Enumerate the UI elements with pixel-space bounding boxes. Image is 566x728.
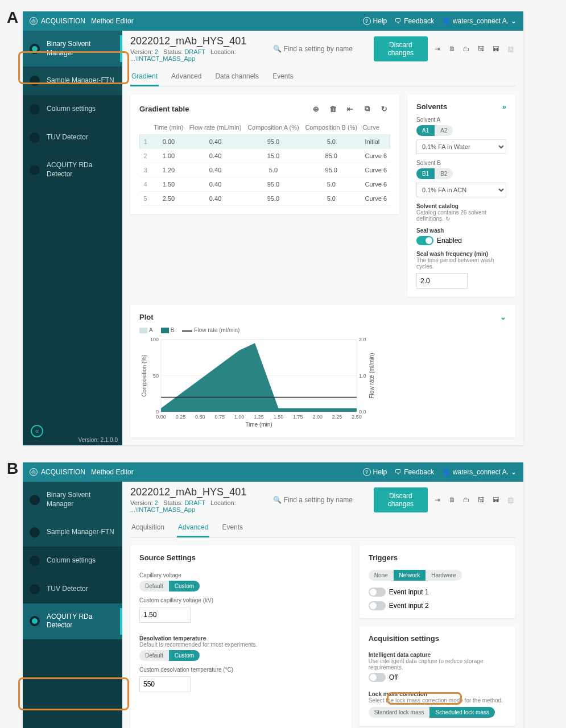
new-icon[interactable]: 🗎 xyxy=(447,494,457,506)
feedback-icon: 🗨 xyxy=(395,17,402,25)
pill-a2[interactable]: A2 xyxy=(435,125,453,136)
sidebar-item-tuv-detector[interactable]: TUV Detector xyxy=(23,123,122,152)
source-title: Source Settings xyxy=(139,553,342,562)
import-icon[interactable]: ⇥ xyxy=(432,43,443,55)
pill-custom[interactable]: Custom xyxy=(169,650,200,661)
discard-button[interactable]: Discard changes xyxy=(374,36,428,61)
acquisition-settings-card: Acquisition settings Intelligent data ca… xyxy=(360,626,515,726)
feedback-button[interactable]: 🗨Feedback xyxy=(395,468,434,476)
tab-advanced[interactable]: Advanced xyxy=(170,68,203,86)
search-input[interactable] xyxy=(284,496,369,504)
insert-row-icon[interactable]: ⇤ xyxy=(344,102,356,115)
sidebar-item-acquity-rda[interactable]: ACQUITY RDa Detector xyxy=(23,603,122,639)
sidebar-item-sample-manager[interactable]: Sample Manager-FTN xyxy=(23,518,122,547)
pill-none[interactable]: None xyxy=(369,570,394,581)
expand-icon[interactable]: » xyxy=(502,102,506,111)
table-row[interactable]: 31.200.405.095.0Curve 6 xyxy=(140,163,390,177)
pill-network[interactable]: Network xyxy=(394,570,426,581)
sidebar-item-binary-solvent[interactable]: Binary Solvent Manager xyxy=(23,482,122,518)
help-button[interactable]: ?Help xyxy=(363,468,387,476)
app-logo-icon: ◎ xyxy=(30,17,38,25)
layout-icon[interactable]: ▥ xyxy=(505,43,515,55)
pill-std-lock[interactable]: Standard lock mass xyxy=(369,707,430,718)
tab-advanced[interactable]: Advanced xyxy=(177,519,209,537)
sidebar-item-label: Binary Solvent Manager xyxy=(47,40,115,57)
col-b: Composition B (%) xyxy=(302,121,360,135)
solvent-b-select[interactable]: 0.1% FA in ACN xyxy=(416,183,506,197)
table-row[interactable]: 41.500.4095.05.0Curve 6 xyxy=(140,177,390,192)
location-link[interactable]: ...\INTACT_MASS_App xyxy=(130,55,195,62)
refresh-icon[interactable]: ↻ xyxy=(378,102,390,115)
saveas-icon[interactable]: 🖬 xyxy=(491,43,501,55)
folder-icon[interactable]: 🗀 xyxy=(462,494,472,506)
save-icon[interactable]: 🖫 xyxy=(476,43,486,55)
table-row[interactable]: 52.500.4095.05.0Curve 6 xyxy=(140,192,390,206)
app-panel-a: ◎ ACQUISITION Method Editor ?Help 🗨Feedb… xyxy=(23,11,523,445)
help-button[interactable]: ?Help xyxy=(363,17,387,25)
solvents-title: Solvents xyxy=(416,102,447,111)
refresh-catalog-icon[interactable]: ↻ xyxy=(445,216,450,222)
seal-freq-input[interactable] xyxy=(416,273,468,289)
pill-b1[interactable]: B1 xyxy=(416,168,435,179)
svg-text:50: 50 xyxy=(153,373,159,379)
sidebar-item-column-settings[interactable]: Column settings xyxy=(23,95,122,123)
radio-icon xyxy=(30,104,40,114)
layout-icon[interactable]: ▥ xyxy=(505,494,515,506)
version-link[interactable]: 2 xyxy=(155,48,158,55)
trigger-pills: None Network Hardware xyxy=(369,570,506,581)
filter-icon[interactable]: ⧉ xyxy=(361,102,373,115)
sidebar-item-sample-manager[interactable]: Sample Manager-FTN xyxy=(23,67,122,95)
location-link[interactable]: ...\INTACT_MASS_App xyxy=(130,506,195,513)
cell: 2.50 xyxy=(151,192,187,206)
solvent-a-select[interactable]: 0.1% FA in Water xyxy=(416,139,506,154)
tab-acquisition[interactable]: Acquisition xyxy=(130,519,166,537)
event2-toggle[interactable]: Event input 2 xyxy=(369,601,506,610)
pill-a1[interactable]: A1 xyxy=(416,125,435,136)
pill-sched-lock[interactable]: Scheduled lock mass xyxy=(429,707,495,718)
folder-icon[interactable]: 🗀 xyxy=(462,43,472,55)
save-icon[interactable]: 🖫 xyxy=(476,494,486,506)
status-link[interactable]: DRAFT xyxy=(184,48,205,55)
sidebar-item-tuv-detector[interactable]: TUV Detector xyxy=(23,575,122,603)
search-input[interactable] xyxy=(284,45,369,53)
sidebar: Binary Solvent Manager Sample Manager-FT… xyxy=(23,31,122,445)
status-link[interactable]: DRAFT xyxy=(184,499,205,506)
desolv-input[interactable] xyxy=(139,676,191,692)
user-menu[interactable]: 👤waters_connect A.⌄ xyxy=(442,468,517,476)
sidebar-item-binary-solvent[interactable]: Binary Solvent Manager xyxy=(23,31,122,67)
pill-default[interactable]: Default xyxy=(139,581,169,592)
collapse-sidebar-button[interactable]: « xyxy=(31,425,43,437)
sidebar-item-acquity-rda[interactable]: ACQUITY RDa Detector xyxy=(23,152,122,188)
seal-wash-toggle[interactable]: Enabled xyxy=(416,236,506,245)
idc-toggle[interactable]: Off xyxy=(369,673,506,682)
saveas-icon[interactable]: 🖬 xyxy=(491,494,501,506)
svg-text:0.25: 0.25 xyxy=(176,414,186,420)
table-row[interactable]: 21.000.4015.085.0Curve 6 xyxy=(140,149,390,163)
radio-icon xyxy=(30,44,40,54)
tab-data-channels[interactable]: Data channels xyxy=(214,68,260,86)
add-row-icon[interactable]: ⊕ xyxy=(309,102,322,115)
tab-events[interactable]: Events xyxy=(221,519,244,537)
cell: 5.0 xyxy=(302,177,360,192)
user-menu[interactable]: 👤waters_connect A.⌄ xyxy=(442,17,517,25)
new-icon[interactable]: 🗎 xyxy=(447,43,457,55)
sidebar-item-label: Sample Manager-FTN xyxy=(47,76,114,85)
pill-hardware[interactable]: Hardware xyxy=(425,570,461,581)
version-link[interactable]: 2 xyxy=(155,499,158,506)
svg-text:1.50: 1.50 xyxy=(274,414,284,420)
pill-custom[interactable]: Custom xyxy=(169,581,200,592)
sidebar-item-column-settings[interactable]: Column settings xyxy=(23,547,122,575)
import-icon[interactable]: ⇥ xyxy=(432,494,443,506)
search-icon: 🔍 xyxy=(273,496,282,504)
event1-toggle[interactable]: Event input 1 xyxy=(369,588,506,597)
tab-events[interactable]: Events xyxy=(271,68,295,86)
pill-default[interactable]: Default xyxy=(139,650,169,661)
delete-row-icon[interactable]: 🗑 xyxy=(327,102,339,115)
pill-b2[interactable]: B2 xyxy=(435,168,453,179)
discard-button[interactable]: Discard changes xyxy=(374,487,428,512)
expand-plot-icon[interactable]: ⌄ xyxy=(500,313,506,321)
table-row[interactable]: 10.000.4095.05.0Initial xyxy=(140,135,390,149)
tab-gradient[interactable]: Gradient xyxy=(130,68,159,86)
feedback-button[interactable]: 🗨Feedback xyxy=(395,17,434,25)
capillary-input[interactable] xyxy=(139,607,191,623)
